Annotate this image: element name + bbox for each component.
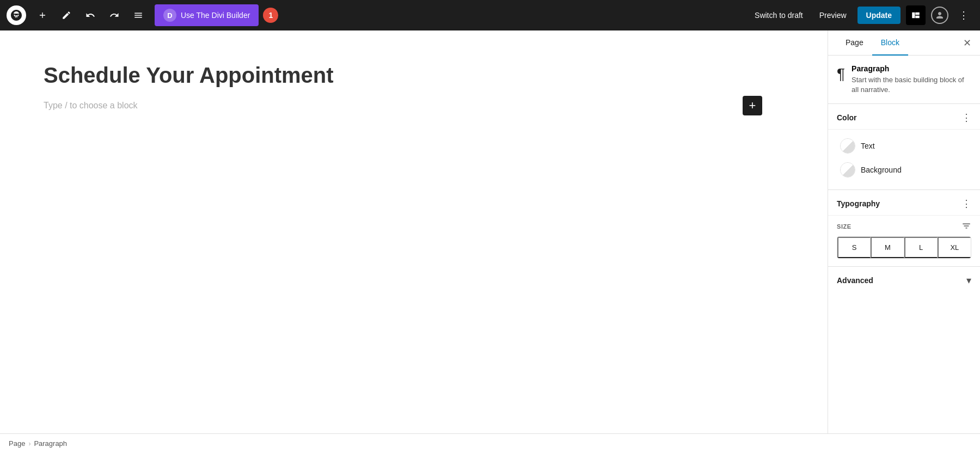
text-color-label: Text bbox=[861, 142, 875, 150]
redo-button[interactable] bbox=[105, 5, 124, 25]
breadcrumb-page[interactable]: Page bbox=[9, 439, 25, 448]
add-block-toolbar-button[interactable] bbox=[33, 5, 52, 25]
update-button[interactable]: Update bbox=[857, 7, 901, 24]
background-color-swatch-inner bbox=[841, 163, 855, 177]
advanced-section[interactable]: Advanced ▾ bbox=[828, 267, 980, 294]
sidebar-close-button[interactable]: ✕ bbox=[963, 30, 971, 55]
text-color-swatch-inner bbox=[841, 139, 855, 153]
background-color-swatch bbox=[840, 162, 855, 177]
page-title: Schedule Your Appointment bbox=[44, 63, 784, 88]
background-color-label: Background bbox=[861, 166, 902, 174]
document-overview-button[interactable] bbox=[128, 5, 148, 25]
toolbar-right: Switch to draft Preview Update ⋮ bbox=[749, 5, 973, 25]
color-section-header: Color ⋮ bbox=[828, 104, 980, 130]
wp-logo[interactable] bbox=[7, 5, 26, 25]
layout-button[interactable] bbox=[906, 5, 926, 25]
text-color-option[interactable]: Text bbox=[837, 134, 971, 158]
divi-icon: D bbox=[163, 9, 176, 22]
advanced-header: Advanced ▾ bbox=[837, 274, 971, 286]
color-section-menu-button[interactable]: ⋮ bbox=[961, 112, 971, 124]
block-name: Paragraph bbox=[852, 64, 971, 73]
color-options: Text Background bbox=[828, 130, 980, 190]
undo-button[interactable] bbox=[81, 5, 100, 25]
tab-page[interactable]: Page bbox=[837, 30, 872, 56]
sidebar: Page Block ✕ ¶ Paragraph Start with the … bbox=[828, 30, 980, 433]
sidebar-tabs: Page Block ✕ bbox=[828, 30, 980, 56]
edit-button[interactable] bbox=[57, 5, 76, 25]
editor-area[interactable]: Schedule Your Appointment Type / to choo… bbox=[0, 30, 828, 433]
main-area: Schedule Your Appointment Type / to choo… bbox=[0, 30, 980, 433]
color-section-title: Color bbox=[837, 113, 857, 122]
bottom-bar: Page › Paragraph bbox=[0, 433, 980, 453]
size-option-l[interactable]: L bbox=[904, 237, 938, 258]
switch-to-draft-button[interactable]: Switch to draft bbox=[749, 8, 808, 23]
chevron-down-icon: ▾ bbox=[966, 274, 971, 286]
block-description: Start with the basic building block of a… bbox=[852, 75, 971, 95]
typography-section-header: Typography ⋮ bbox=[828, 190, 980, 216]
tab-block[interactable]: Block bbox=[872, 30, 908, 56]
size-option-m[interactable]: M bbox=[871, 237, 904, 258]
text-color-swatch bbox=[840, 138, 855, 154]
breadcrumb-separator: › bbox=[28, 440, 30, 448]
toolbar: D Use The Divi Builder 1 Switch to draft… bbox=[0, 0, 980, 30]
notification-badge[interactable]: 1 bbox=[263, 8, 278, 23]
preview-button[interactable]: Preview bbox=[814, 8, 852, 23]
size-options: S M L XL bbox=[837, 236, 971, 259]
block-info: ¶ Paragraph Start with the basic buildin… bbox=[828, 56, 980, 104]
typography-section: Typography ⋮ SIZE S M L XL bbox=[828, 190, 980, 267]
size-label: SIZE bbox=[837, 221, 971, 232]
divi-builder-button[interactable]: D Use The Divi Builder bbox=[155, 4, 259, 26]
advanced-title: Advanced bbox=[837, 276, 873, 285]
typography-section-menu-button[interactable]: ⋮ bbox=[961, 198, 971, 210]
user-avatar[interactable] bbox=[931, 7, 948, 24]
breadcrumb-paragraph[interactable]: Paragraph bbox=[34, 439, 67, 448]
block-info-text: Paragraph Start with the basic building … bbox=[852, 64, 971, 95]
block-placeholder[interactable]: Type / to choose a block bbox=[44, 101, 138, 111]
size-option-xl[interactable]: XL bbox=[938, 237, 971, 258]
block-placeholder-row: Type / to choose a block + bbox=[44, 101, 784, 111]
size-section: SIZE S M L XL bbox=[828, 216, 980, 266]
size-filter-icon[interactable] bbox=[961, 221, 971, 232]
paragraph-icon: ¶ bbox=[837, 65, 845, 83]
add-block-inline-button[interactable]: + bbox=[743, 96, 762, 115]
more-menu-button[interactable]: ⋮ bbox=[954, 5, 973, 25]
typography-section-title: Typography bbox=[837, 199, 880, 208]
size-option-s[interactable]: S bbox=[837, 237, 871, 258]
background-color-option[interactable]: Background bbox=[837, 158, 971, 182]
